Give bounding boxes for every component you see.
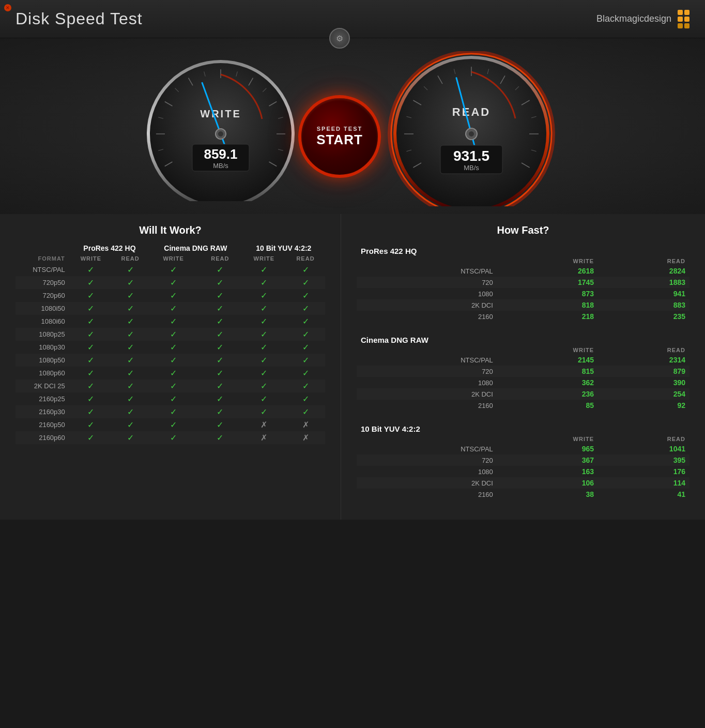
cinema-write-header: WRITE	[149, 254, 198, 263]
check-cell: ✓	[286, 392, 325, 405]
read-gauge-svg: READ 931.5 MB/s	[381, 51, 562, 206]
table-row: NTSC/PAL✓✓✓✓✓✓	[16, 263, 325, 276]
check-cell: ✓	[198, 289, 242, 302]
check-cell: ✓	[242, 392, 286, 405]
write-gauge: WRITE 859.1 MB/s	[143, 56, 298, 201]
check-cell: ✓	[112, 380, 149, 392]
check-cell: ✓	[112, 354, 149, 367]
check-cell: ✓	[286, 354, 325, 367]
cinema-header: Cinema DNG RAW	[149, 242, 242, 254]
will-it-work-panel: Will It Work? ProRes 422 HQ Cinema DNG R…	[0, 214, 341, 520]
hf-row: 2160 85 92	[357, 400, 689, 411]
yuv-write-header: WRITE	[242, 254, 286, 263]
hf-table: Cinema DNG RAW WRITE READ NTSC/PAL 2145 …	[357, 331, 689, 411]
check-cell: ✗	[242, 418, 286, 431]
format-cell: 2160p30	[16, 405, 70, 418]
read-val: 395	[598, 454, 689, 466]
check-cell: ✓	[286, 302, 325, 315]
res-cell: NTSC/PAL	[357, 354, 497, 366]
center-area: ⚙ SPEED TEST START	[298, 69, 381, 178]
check-cell: ✓	[198, 302, 242, 315]
write-col-header: WRITE	[497, 346, 598, 354]
check-cell: ✓	[198, 328, 242, 341]
title-bar: ✕ Disk Speed Test Blackmagicdesign	[0, 0, 705, 38]
close-button[interactable]: ✕	[4, 4, 11, 11]
table-row: 1080p60✓✓✓✓✓✓	[16, 367, 325, 380]
cinema-read-header: READ	[198, 254, 242, 263]
group-name: 10 Bit YUV 4:2:2	[357, 420, 689, 435]
res-cell: 1080	[357, 288, 497, 299]
table-row: 1080p50✓✓✓✓✓✓	[16, 354, 325, 367]
check-cell: ✓	[242, 328, 286, 341]
format-cell: 1080p50	[16, 354, 70, 367]
check-cell: ✓	[112, 315, 149, 328]
read-col-header: READ	[598, 435, 689, 443]
check-cell: ✓	[286, 276, 325, 289]
brand-dot-5	[678, 23, 683, 28]
start-label: START	[316, 132, 363, 148]
check-cell: ✓	[112, 392, 149, 405]
brand-dot-6	[684, 23, 689, 28]
write-val: 85	[497, 400, 598, 411]
table-row: 1080p30✓✓✓✓✓✓	[16, 341, 325, 354]
check-cell: ✓	[149, 418, 198, 431]
check-cell: ✓	[286, 367, 325, 380]
format-cell: 1080p30	[16, 341, 70, 354]
read-val: 235	[598, 311, 689, 322]
read-val: 2824	[598, 265, 689, 277]
table-row: 2160p25✓✓✓✓✓✓	[16, 392, 325, 405]
brand-icon	[678, 10, 689, 28]
check-cell: ✓	[70, 418, 112, 431]
group-name: ProRes 422 HQ	[357, 242, 689, 257]
format-cell: 2160p50	[16, 418, 70, 431]
hf-table: 10 Bit YUV 4:2:2 WRITE READ NTSC/PAL 965…	[357, 420, 689, 500]
write-val: 362	[497, 377, 598, 388]
res-cell: 2K DCI	[357, 299, 497, 311]
write-val: 2618	[497, 265, 598, 277]
res-cell: 2160	[357, 400, 497, 411]
format-cell: 2160p25	[16, 392, 70, 405]
start-button[interactable]: SPEED TEST START	[298, 95, 381, 178]
write-val: 236	[497, 388, 598, 400]
check-cell: ✓	[286, 380, 325, 392]
res-cell: 1080	[357, 377, 497, 388]
check-cell: ✓	[70, 289, 112, 302]
hf-section: 10 Bit YUV 4:2:2 WRITE READ NTSC/PAL 965…	[357, 420, 689, 500]
check-cell: ✓	[198, 315, 242, 328]
prores-write-header: WRITE	[70, 254, 112, 263]
check-cell: ✓	[149, 367, 198, 380]
write-val: 818	[497, 299, 598, 311]
format-header	[16, 242, 70, 254]
prores-read-header: READ	[112, 254, 149, 263]
gear-icon: ⚙	[336, 34, 343, 43]
res-cell: 2160	[357, 311, 497, 322]
res-header	[357, 346, 497, 354]
table-row: 1080p25✓✓✓✓✓✓	[16, 328, 325, 341]
read-unit: MB/s	[464, 164, 479, 172]
check-cell: ✓	[242, 405, 286, 418]
write-unit: MB/s	[213, 162, 228, 170]
format-cell: 1080p60	[16, 367, 70, 380]
check-cell: ✓	[242, 367, 286, 380]
check-cell: ✓	[70, 405, 112, 418]
check-cell: ✓	[149, 380, 198, 392]
app-title: Disk Speed Test	[16, 9, 143, 28]
write-val: 1745	[497, 277, 598, 288]
hf-section: ProRes 422 HQ WRITE READ NTSC/PAL 2618 2…	[357, 242, 689, 322]
check-cell: ✓	[149, 405, 198, 418]
check-cell: ✓	[112, 302, 149, 315]
gear-button[interactable]: ⚙	[329, 28, 350, 49]
brand-dot-1	[678, 10, 683, 15]
check-cell: ✓	[70, 392, 112, 405]
res-header	[357, 257, 497, 265]
check-cell: ✓	[70, 431, 112, 444]
read-val: 1041	[598, 443, 689, 454]
check-cell: ✓	[112, 328, 149, 341]
read-val: 176	[598, 466, 689, 477]
check-cell: ✓	[286, 315, 325, 328]
table-row: 720p50✓✓✓✓✓✓	[16, 276, 325, 289]
check-cell: ✗	[286, 431, 325, 444]
table-row: 2160p50✓✓✓✓✗✗	[16, 418, 325, 431]
check-cell: ✓	[198, 418, 242, 431]
hf-row: 2160 218 235	[357, 311, 689, 322]
